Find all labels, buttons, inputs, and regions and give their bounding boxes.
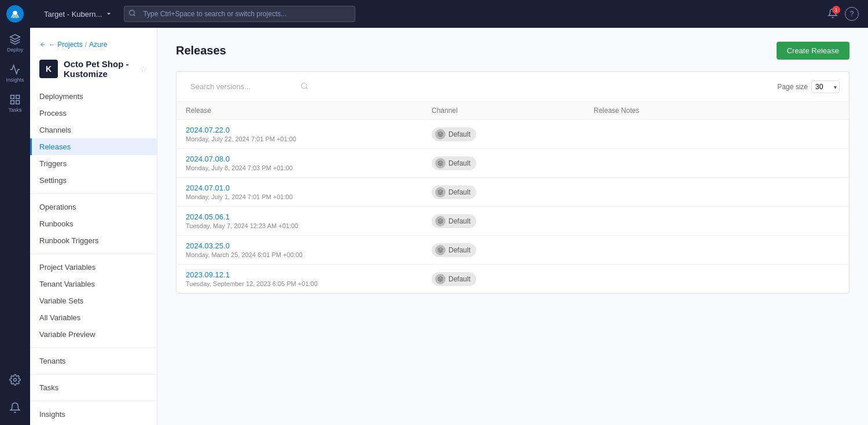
settings-icon-btn[interactable] bbox=[0, 368, 30, 391]
channel-icon bbox=[435, 129, 446, 140]
sidebar-section-insights: Insights bbox=[30, 406, 157, 423]
release-version-link[interactable]: 2024.07.01.0 bbox=[186, 184, 432, 192]
table-row: 2023.09.12.1 Tuesday, September 12, 2023… bbox=[176, 265, 849, 293]
breadcrumb-azure[interactable]: Azure bbox=[89, 41, 107, 49]
sidebar-item-tasks[interactable]: Tasks bbox=[30, 379, 157, 396]
release-version-cell: 2023.09.12.1 Tuesday, September 12, 2023… bbox=[186, 270, 432, 287]
page-title: Releases bbox=[176, 44, 226, 57]
col-header-release: Release bbox=[186, 107, 432, 115]
channel-label: Default bbox=[448, 159, 470, 167]
releases-toolbar: Page size 10 20 30 50 100 bbox=[176, 72, 849, 102]
svg-point-0 bbox=[13, 11, 17, 16]
breadcrumb-separator: / bbox=[85, 41, 87, 49]
channel-badge: Default bbox=[432, 272, 476, 286]
sidebar-item-operations[interactable]: Operations bbox=[30, 199, 157, 215]
main-content: Releases Create Release Page size bbox=[157, 28, 868, 425]
table-row: 2024.03.25.0 Monday, March 25, 2024 6:01… bbox=[176, 236, 849, 265]
sidebar-item-deploy[interactable]: Deploy bbox=[0, 28, 30, 58]
channel-badge: Default bbox=[432, 214, 476, 228]
sidebar-section-main: Deployments Process Channels Releases Tr… bbox=[30, 88, 157, 189]
channel-icon bbox=[435, 158, 446, 168]
release-version-link[interactable]: 2024.05.06.1 bbox=[186, 212, 432, 221]
release-version-cell: 2024.07.01.0 Monday, July 1, 2024 7:01 P… bbox=[186, 184, 432, 200]
channel-badge: Default bbox=[432, 185, 476, 199]
release-channel-cell: Default bbox=[432, 185, 594, 199]
sidebar-item-channels[interactable]: Channels bbox=[30, 122, 157, 138]
octopus-logo[interactable] bbox=[6, 5, 24, 23]
svg-rect-3 bbox=[16, 100, 20, 104]
help-button[interactable]: ? bbox=[845, 7, 859, 21]
top-header: Target - Kubern... 1 ? bbox=[30, 0, 868, 28]
icon-bar: Deploy Insights Tasks bbox=[0, 0, 30, 425]
global-search-input[interactable] bbox=[124, 6, 355, 22]
channel-badge: Default bbox=[432, 127, 476, 141]
sidebar-item-runbooks[interactable]: Runbooks bbox=[30, 215, 157, 232]
star-icon[interactable]: ☆ bbox=[140, 64, 148, 74]
sidebar-item-all-variables[interactable]: All Variables bbox=[30, 309, 157, 326]
breadcrumb: ← Projects / Azure bbox=[30, 35, 157, 54]
channel-icon bbox=[435, 187, 446, 197]
project-name: Octo Pet Shop - Kustomize bbox=[64, 59, 133, 79]
release-channel-cell: Default bbox=[432, 243, 594, 257]
channel-icon bbox=[435, 245, 446, 255]
search-bar bbox=[124, 6, 355, 22]
logo-area bbox=[0, 0, 30, 28]
sidebar-item-releases[interactable]: Releases bbox=[30, 138, 157, 155]
sidebar-item-insights[interactable]: Insights bbox=[30, 406, 157, 423]
release-version-cell: 2024.05.06.1 Tuesday, May 7, 2024 12:23 … bbox=[186, 212, 432, 229]
sidebar-item-variable-sets[interactable]: Variable Sets bbox=[30, 292, 157, 309]
table-header: Release Channel Release Notes bbox=[176, 102, 849, 120]
release-date: Monday, July 8, 2024 7:03 PM +01:00 bbox=[186, 164, 432, 171]
releases-list: 2024.07.22.0 Monday, July 22, 2024 7:01 … bbox=[176, 120, 849, 293]
sidebar-section-tenants: Tenants bbox=[30, 353, 157, 369]
release-version-link[interactable]: 2023.09.12.1 bbox=[186, 270, 432, 279]
notification-badge: 1 bbox=[832, 6, 840, 14]
release-channel-cell: Default bbox=[432, 127, 594, 141]
sidebar-item-variable-preview[interactable]: Variable Preview bbox=[30, 326, 157, 343]
search-icon bbox=[128, 9, 136, 19]
sidebar-item-project-variables[interactable]: Project Variables bbox=[30, 259, 157, 276]
bell-icon-btn[interactable] bbox=[0, 396, 30, 419]
page-size-label: Page size bbox=[777, 83, 808, 91]
content-area: ← Projects / Azure K Octo Pet Shop - Kus… bbox=[30, 28, 868, 425]
project-icon: K bbox=[39, 60, 58, 78]
sidebar-item-runbook-triggers[interactable]: Runbook Triggers bbox=[30, 232, 157, 249]
breadcrumb-projects[interactable]: ← Projects bbox=[49, 41, 83, 49]
release-version-cell: 2024.07.08.0 Monday, July 8, 2024 7:03 P… bbox=[186, 155, 432, 171]
page-size-select[interactable]: 10 20 30 50 100 bbox=[811, 80, 840, 93]
col-header-channel: Channel bbox=[432, 107, 594, 115]
svg-point-6 bbox=[130, 10, 135, 16]
sidebar-item-process[interactable]: Process bbox=[30, 105, 157, 122]
sidebar-section-operations: Operations Runbooks Runbook Triggers bbox=[30, 199, 157, 249]
table-row: 2024.07.01.0 Monday, July 1, 2024 7:01 P… bbox=[176, 178, 849, 207]
release-version-cell: 2024.07.22.0 Monday, July 22, 2024 7:01 … bbox=[186, 126, 432, 142]
sidebar-item-tenant-variables[interactable]: Tenant Variables bbox=[30, 276, 157, 292]
release-version-link[interactable]: 2024.03.25.0 bbox=[186, 241, 432, 250]
svg-rect-4 bbox=[11, 100, 14, 104]
channel-label: Default bbox=[448, 275, 470, 283]
svg-rect-1 bbox=[11, 95, 14, 98]
sidebar-item-deployments[interactable]: Deployments bbox=[30, 88, 157, 105]
project-selector-label: Target - Kubern... bbox=[44, 10, 102, 19]
icon-bar-bottom bbox=[0, 368, 30, 425]
sidebar-item-tasks[interactable]: Tasks bbox=[0, 88, 30, 118]
channel-label: Default bbox=[448, 188, 470, 196]
notifications-button[interactable]: 1 bbox=[827, 8, 838, 20]
project-selector[interactable]: Target - Kubern... bbox=[39, 8, 117, 21]
sidebar-item-insights[interactable]: Insights bbox=[0, 58, 30, 88]
release-version-link[interactable]: 2024.07.08.0 bbox=[186, 155, 432, 163]
sidebar-item-settings[interactable]: Settings bbox=[30, 172, 157, 189]
search-versions-wrap bbox=[186, 79, 313, 94]
create-release-button[interactable]: Create Release bbox=[777, 42, 849, 60]
release-version-link[interactable]: 2024.07.22.0 bbox=[186, 126, 432, 134]
channel-badge: Default bbox=[432, 156, 476, 170]
sidebar-item-triggers[interactable]: Triggers bbox=[30, 155, 157, 172]
search-versions-input[interactable] bbox=[186, 79, 313, 94]
release-channel-cell: Default bbox=[432, 156, 594, 170]
svg-point-7 bbox=[301, 83, 307, 88]
sidebar-nav: Deployments Process Channels Releases Tr… bbox=[30, 88, 157, 423]
sidebar-item-tenants[interactable]: Tenants bbox=[30, 353, 157, 369]
release-date: Monday, July 22, 2024 7:01 PM +01:00 bbox=[186, 135, 432, 142]
sidebar: ← Projects / Azure K Octo Pet Shop - Kus… bbox=[30, 28, 157, 425]
chevron-down-icon bbox=[105, 10, 112, 17]
